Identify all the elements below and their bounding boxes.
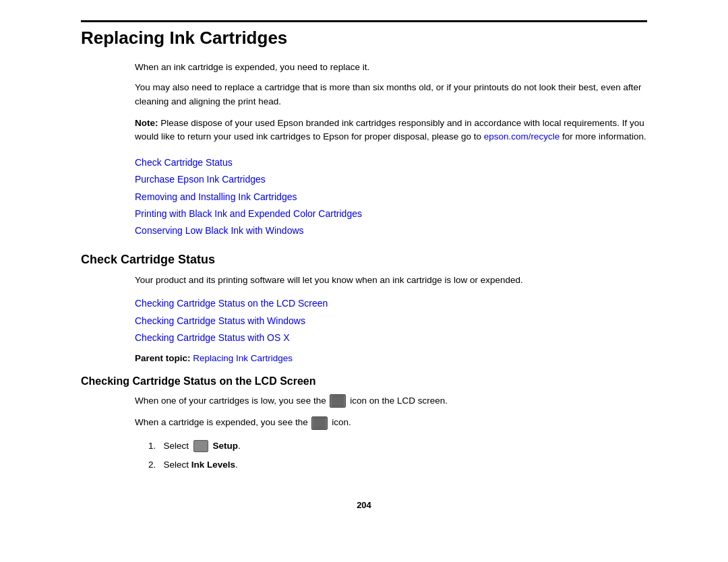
section2-para2-after: icon.: [332, 417, 351, 427]
low-cartridge-icon: [330, 394, 346, 408]
expended-cartridge-icon: [311, 416, 328, 430]
step1-num: 1. Select: [148, 441, 191, 451]
page-number: 204: [81, 500, 647, 510]
link-checking-osx[interactable]: Checking Cartridge Status with OS X: [135, 332, 290, 343]
link-purchase-ink[interactable]: Purchase Epson Ink Cartridges: [135, 174, 266, 185]
section2-para2: When a cartridge is expended, you see th…: [135, 416, 647, 429]
section2-para1: When one of your cartridges is low, you …: [135, 394, 647, 408]
list-item: Removing and Installing Ink Cartridges: [135, 189, 647, 206]
epson-recycle-link[interactable]: epson.com/recycle: [484, 131, 560, 142]
link-check-cartridge-status[interactable]: Check Cartridge Status: [135, 157, 233, 168]
steps-list: 1. Select Setup. 2. Select Ink Levels.: [148, 438, 647, 474]
section2-para1-before: When one of your cartridges is low, you …: [135, 396, 328, 406]
list-item: Printing with Black Ink and Expended Col…: [135, 206, 647, 222]
intro-paragraph-1: When an ink cartridge is expended, you n…: [135, 61, 647, 108]
main-link-list: Check Cartridge Status Purchase Epson In…: [135, 154, 647, 239]
step2-bold: Ink Levels: [191, 460, 235, 470]
note-suffix: for more information.: [559, 131, 646, 142]
intro-text-1: When an ink cartridge is expended, you n…: [135, 61, 647, 74]
step-1: 1. Select Setup.: [148, 438, 647, 454]
top-border: [81, 20, 647, 22]
note-block: Note: Please dispose of your used Epson …: [135, 117, 647, 144]
list-item: Checking Cartridge Status with OS X: [135, 330, 647, 346]
step1-bold: Setup: [213, 441, 239, 451]
page-title: Replacing Ink Cartridges: [81, 28, 647, 49]
note-bold-label: Note:: [135, 118, 158, 128]
step-2: 2. Select Ink Levels.: [148, 457, 647, 473]
link-checking-windows[interactable]: Checking Cartridge Status with Windows: [135, 315, 305, 326]
step1-suffix: .: [238, 441, 241, 451]
section1-intro-text: Your product and its printing software w…: [135, 274, 647, 287]
parent-topic: Parent topic: Replacing Ink Cartridges: [135, 353, 647, 363]
parent-topic-link[interactable]: Replacing Ink Cartridges: [193, 353, 293, 363]
section1-link-list: Checking Cartridge Status on the LCD Scr…: [135, 295, 647, 346]
parent-topic-label: Parent topic:: [135, 353, 191, 363]
step2-num: 2. Select: [148, 460, 191, 470]
intro-text-2: You may also need to replace a cartridge…: [135, 81, 647, 108]
section2-para2-before: When a cartridge is expended, you see th…: [135, 417, 310, 427]
section1-title: Check Cartridge Status: [81, 253, 647, 267]
list-item: Conserving Low Black Ink with Windows: [135, 222, 647, 239]
page-container: Replacing Ink Cartridges When an ink car…: [40, 0, 688, 537]
link-removing-installing[interactable]: Removing and Installing Ink Cartridges: [135, 191, 297, 202]
link-conserving-black[interactable]: Conserving Low Black Ink with Windows: [135, 225, 304, 236]
link-checking-lcd[interactable]: Checking Cartridge Status on the LCD Scr…: [135, 298, 328, 309]
list-item: Check Cartridge Status: [135, 154, 647, 171]
list-item: Purchase Epson Ink Cartridges: [135, 171, 647, 188]
section2-title: Checking Cartridge Status on the LCD Scr…: [81, 375, 647, 387]
list-item: Checking Cartridge Status with Windows: [135, 313, 647, 330]
list-item: Checking Cartridge Status on the LCD Scr…: [135, 295, 647, 312]
step2-suffix: .: [235, 460, 238, 470]
section1-intro: Your product and its printing software w…: [135, 274, 647, 287]
link-printing-black[interactable]: Printing with Black Ink and Expended Col…: [135, 208, 362, 219]
section2-para1-after: icon on the LCD screen.: [350, 396, 448, 406]
setup-icon: [193, 440, 208, 452]
